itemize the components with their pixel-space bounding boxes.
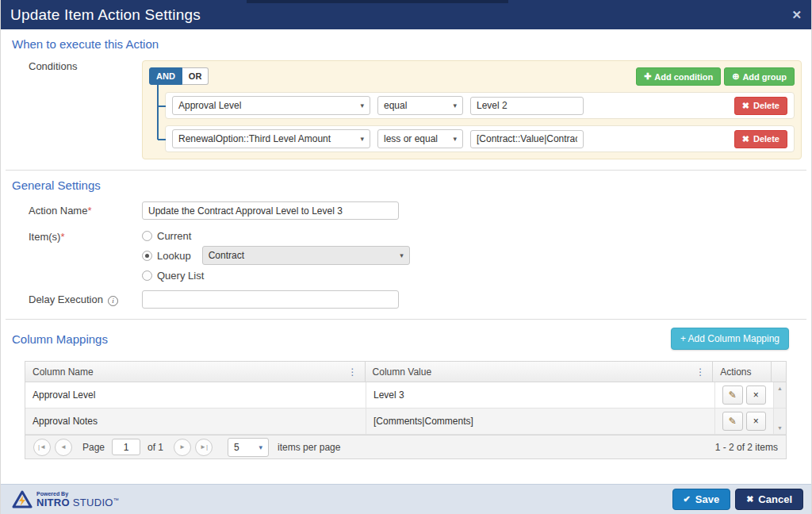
delay-execution-label: Delay Executioni [1, 290, 142, 309]
page-size-select[interactable]: 5▾ [228, 438, 269, 457]
previous-page-button[interactable]: ◄ [55, 439, 72, 456]
remove-x-icon: × [753, 416, 759, 427]
action-name-input[interactable] [142, 201, 399, 220]
close-icon[interactable]: ✕ [791, 9, 802, 21]
items-range-label: 1 - 2 of 2 items [715, 442, 778, 453]
lookup-list-value: Contract [209, 250, 244, 261]
delete-condition-button[interactable]: ✖Delete [734, 130, 787, 148]
condition-operator-select[interactable]: equal▾ [377, 96, 463, 115]
delete-label: Delete [753, 101, 779, 110]
and-toggle-button[interactable]: AND [149, 67, 182, 85]
chevron-down-icon: ▾ [453, 102, 457, 109]
brand-name: NITRO STUDIO™ [36, 497, 119, 508]
pencil-icon: ✎ [729, 389, 737, 401]
column-name-header: Column Name⋮ [25, 362, 366, 382]
cancel-label: Cancel [758, 493, 792, 505]
cancel-x-icon: ✖ [746, 494, 753, 504]
radio-current-label: Current [157, 230, 191, 242]
edit-mapping-button[interactable]: ✎ [722, 412, 743, 431]
last-page-button[interactable]: ►| [195, 439, 213, 456]
conditions-row: Conditions AND OR ✚Add condition ⊕Add gr… [1, 60, 811, 159]
and-or-toggle: AND OR [149, 67, 209, 85]
section-divider [6, 170, 806, 171]
header-spacer [772, 362, 786, 382]
grid-scrollbar[interactable]: ▲ [774, 382, 786, 408]
mappings-section-title: Column Mappings [12, 332, 108, 346]
delete-condition-button[interactable]: ✖Delete [734, 97, 787, 115]
page-size-value: 5 [234, 442, 239, 453]
section-divider [6, 319, 806, 320]
remove-x-icon: × [753, 389, 759, 401]
grid-scrollbar[interactable]: ▼ [774, 409, 786, 434]
remove-mapping-button[interactable]: × [746, 412, 767, 431]
next-page-button[interactable]: ► [174, 439, 191, 456]
scroll-up-icon[interactable]: ▲ [777, 386, 783, 391]
remove-mapping-button[interactable]: × [746, 386, 767, 405]
delete-x-icon: ✖ [742, 101, 749, 111]
condition-value-input[interactable] [470, 97, 584, 115]
required-mark: * [87, 205, 91, 217]
condition-operator-value: equal [384, 100, 407, 111]
actions-header: Actions [713, 362, 772, 382]
info-icon[interactable]: i [108, 296, 118, 306]
chevron-down-icon: ▾ [259, 443, 263, 451]
chevron-down-icon: ▾ [360, 135, 364, 143]
column-value-header: Column Value⋮ [366, 362, 714, 382]
grid-pager: |◄ ◄ Page of 1 ► ►| 5▾ items per page 1 … [25, 435, 786, 458]
delay-execution-input[interactable] [142, 290, 399, 309]
required-mark: * [60, 231, 64, 243]
cell-column-name: Approval Notes [25, 409, 366, 434]
pencil-icon: ✎ [729, 416, 737, 427]
page-number-input[interactable] [112, 439, 140, 455]
add-group-button[interactable]: ⊕Add group [724, 67, 795, 86]
dialog-footer: Powered By NITRO STUDIO™ ✔Save ✖Cancel [1, 484, 811, 514]
condition-field-value: Approval Level [178, 100, 241, 111]
check-icon: ✔ [684, 494, 691, 504]
condition-operator-value: less or equal [384, 133, 438, 144]
radio-current[interactable] [142, 231, 152, 241]
table-row: Approval Notes [Comments|Comments] ✎ × ▼ [25, 409, 786, 435]
page-of-label: of 1 [147, 442, 163, 453]
grid-header-row: Column Name⋮ Column Value⋮ Actions [25, 362, 786, 382]
plus-circle-icon: ⊕ [732, 71, 739, 82]
radio-lookup[interactable] [142, 251, 152, 261]
cell-actions: ✎ × [715, 382, 774, 408]
cell-column-value: Level 3 [366, 382, 715, 408]
edit-mapping-button[interactable]: ✎ [722, 386, 743, 405]
condition-field-select[interactable]: Approval Level▾ [172, 96, 370, 115]
add-column-mapping-button[interactable]: + Add Column Mapping [671, 328, 789, 350]
condition-value-input[interactable] [470, 130, 584, 148]
column-menu-icon[interactable]: ⋮ [348, 366, 358, 378]
cell-column-name: Approval Level [25, 382, 366, 408]
radio-query-list-label: Query List [157, 270, 204, 282]
radio-query-list[interactable] [142, 270, 152, 281]
delete-x-icon: ✖ [742, 134, 749, 144]
condition-operator-select[interactable]: less or equal▾ [377, 129, 463, 148]
general-section-title: General Settings [12, 178, 800, 192]
or-toggle-button[interactable]: OR [182, 67, 209, 85]
conditions-label: Conditions [1, 60, 142, 159]
chevron-down-icon: ▾ [400, 251, 404, 259]
column-mappings-grid: Column Name⋮ Column Value⋮ Actions Appro… [25, 361, 787, 459]
save-label: Save [695, 493, 719, 505]
scroll-down-icon[interactable]: ▼ [777, 425, 783, 431]
add-condition-button[interactable]: ✚Add condition [636, 67, 721, 86]
add-condition-label: Add condition [654, 72, 713, 82]
save-button[interactable]: ✔Save [672, 489, 731, 510]
chevron-down-icon: ▾ [453, 135, 457, 143]
lookup-list-select[interactable]: Contract▾ [202, 246, 410, 265]
when-section-title: When to execute this Action [12, 37, 800, 51]
dialog-titlebar: Update Item Action Settings ✕ [1, 0, 811, 29]
cancel-button[interactable]: ✖Cancel [735, 489, 803, 510]
nitro-studio-logo: Powered By NITRO STUDIO™ [12, 490, 119, 508]
column-menu-icon[interactable]: ⋮ [695, 366, 705, 378]
action-name-label: Action Name* [1, 201, 142, 220]
delete-label: Delete [753, 134, 779, 144]
first-page-button[interactable]: |◄ [33, 439, 51, 456]
dialog-title: Update Item Action Settings [10, 6, 201, 24]
powered-by-label: Powered By [36, 491, 119, 497]
condition-field-select[interactable]: RenewalOption::Third Level Amount▾ [172, 129, 370, 148]
nitro-triangle-icon [12, 490, 33, 508]
condition-row: Approval Level▾ equal▾ ✖Delete [165, 92, 795, 119]
add-group-label: Add group [742, 72, 787, 82]
